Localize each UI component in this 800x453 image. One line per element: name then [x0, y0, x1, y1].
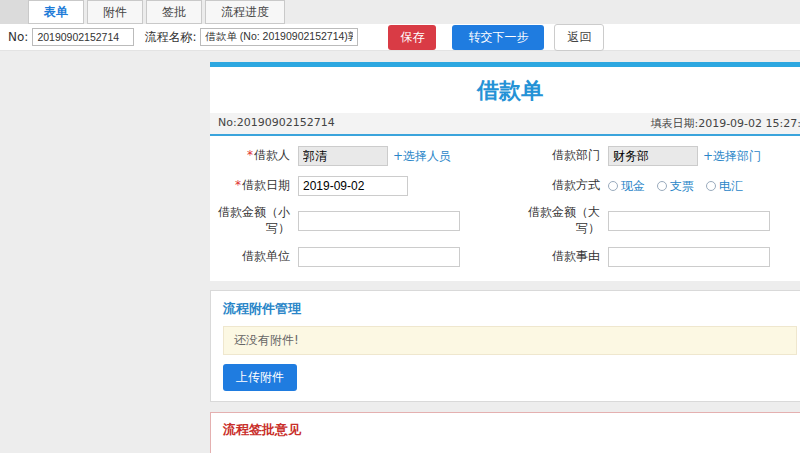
- form-row-borrower: *借款人 +选择人员 借款部门 +选择部门: [210, 141, 800, 171]
- page-title: 借款单: [210, 67, 800, 113]
- loan-reason-input[interactable]: [608, 247, 770, 267]
- select-department-link[interactable]: +选择部门: [703, 148, 761, 165]
- upload-attachment-button[interactable]: 上传附件: [223, 364, 297, 391]
- loan-method-cell: 现金 支票 电汇: [600, 178, 800, 195]
- method-option-wire-label: 电汇: [719, 178, 743, 195]
- loan-date-input[interactable]: [298, 176, 408, 196]
- loan-unit-label: 借款单位: [210, 249, 290, 265]
- loan-reason-cell: [600, 247, 800, 267]
- tab-attachment[interactable]: 附件: [87, 0, 143, 24]
- radio-icon: [706, 181, 716, 191]
- method-option-wire[interactable]: 电汇: [706, 178, 743, 195]
- tab-approval[interactable]: 签批: [146, 0, 202, 24]
- department-input[interactable]: [608, 146, 698, 166]
- no-input[interactable]: [32, 28, 134, 46]
- radio-icon: [657, 181, 667, 191]
- method-option-cash-label: 现金: [621, 178, 645, 195]
- borrower-label-text: 借款人: [254, 148, 290, 162]
- form-row-unit-reason: 借款单位 借款事由: [210, 241, 800, 273]
- form-row-date-method: *借款日期 借款方式 现金 支票: [210, 171, 800, 201]
- method-option-cash[interactable]: 现金: [608, 178, 645, 195]
- loan-form-card: 借款单 No:20190902152714 填表日期:2019-09-02 15…: [210, 62, 800, 281]
- loan-date-cell: [290, 176, 512, 196]
- method-option-check-label: 支票: [670, 178, 694, 195]
- amount-big-label: 借款金额（大写）: [512, 205, 600, 236]
- loan-date-label-text: 借款日期: [242, 178, 290, 192]
- amount-small-input[interactable]: [298, 211, 460, 231]
- loan-unit-cell: [290, 247, 512, 267]
- back-button[interactable]: 返回: [554, 24, 604, 51]
- no-attachment-notice: 还没有附件!: [223, 326, 797, 355]
- required-asterisk: *: [235, 178, 241, 192]
- amount-big-input[interactable]: [608, 211, 770, 231]
- department-cell: +选择部门: [600, 146, 800, 166]
- select-person-link[interactable]: +选择人员: [393, 148, 451, 165]
- required-asterisk: *: [247, 148, 253, 162]
- approval-heading: 流程签批意见: [211, 413, 800, 443]
- attachment-heading: 流程附件管理: [211, 291, 800, 326]
- amount-small-label: 借款金额（小写）: [210, 205, 290, 236]
- loan-unit-input[interactable]: [298, 247, 460, 267]
- borrower-label: *借款人: [210, 148, 290, 164]
- tab-process-progress[interactable]: 流程进度: [205, 0, 285, 24]
- save-button[interactable]: 保存: [388, 25, 436, 50]
- amount-big-cell: [600, 211, 800, 231]
- tab-form[interactable]: 表单: [28, 0, 84, 24]
- loan-reason-label: 借款事由: [512, 249, 600, 265]
- forward-next-step-button[interactable]: 转交下一步: [452, 25, 544, 50]
- radio-icon: [608, 181, 618, 191]
- form-body: *借款人 +选择人员 借款部门 +选择部门 *借款日期: [210, 136, 800, 281]
- form-row-amounts: 借款金额（小写） 借款金额（大写）: [210, 201, 800, 241]
- tab-bar: 表单 附件 签批 流程进度: [0, 0, 800, 24]
- attachment-section: 流程附件管理 还没有附件! 上传附件: [210, 290, 800, 402]
- action-toolbar: No: 流程名称: 保存 转交下一步 返回: [0, 24, 800, 51]
- department-label: 借款部门: [512, 148, 600, 164]
- amount-small-cell: [290, 211, 512, 231]
- form-subheader: No:20190902152714 填表日期:2019-09-02 15:27:…: [210, 113, 800, 136]
- process-name-input[interactable]: [200, 28, 358, 46]
- fill-date: 填表日期:2019-09-02 15:27:1: [650, 116, 800, 131]
- approval-section: 流程签批意见 B I abc A ∞ ▦ ⚑ ≣ ≡ ⇤ ⇥ — “ 样式: [210, 412, 800, 453]
- borrower-input[interactable]: [298, 146, 388, 166]
- doc-number: No:20190902152714: [218, 116, 335, 131]
- process-name-label: 流程名称:: [144, 29, 196, 46]
- main-panel: 借款单 No:20190902152714 填表日期:2019-09-02 15…: [210, 62, 800, 453]
- loan-method-label: 借款方式: [512, 178, 600, 194]
- borrower-cell: +选择人员: [290, 146, 512, 166]
- no-label: No:: [8, 30, 28, 44]
- method-option-check[interactable]: 支票: [657, 178, 694, 195]
- loan-date-label: *借款日期: [210, 178, 290, 194]
- left-sidebar-strip: [0, 0, 28, 24]
